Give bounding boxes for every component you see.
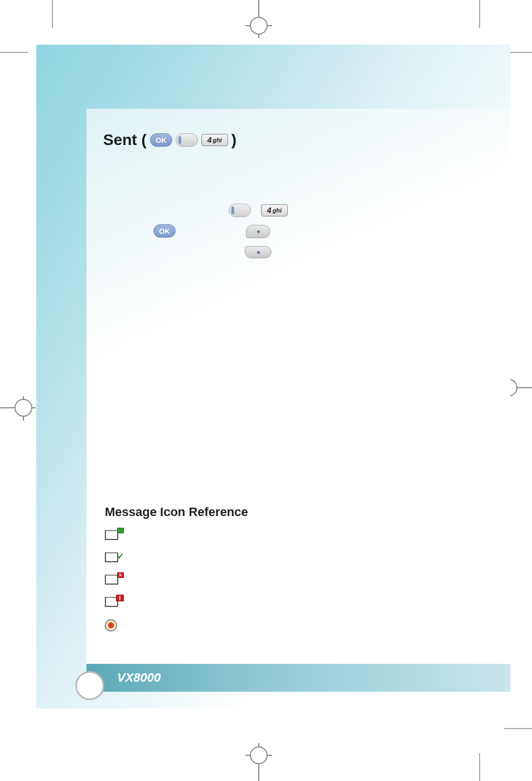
registration-mark-icon [250,17,268,35]
ok-key-icon: OK [150,133,172,147]
title-text-prefix: Sent ( [103,131,147,149]
left-softkey-icon [176,133,198,147]
pending-message-icon [105,619,120,631]
keypad-4ghi-icon: 4ghi [261,204,288,216]
ok-key-icon: OK [153,224,176,238]
registration-mark-icon [14,399,32,417]
title-text-suffix: ) [231,131,236,149]
footer-bar: VX8000 [86,664,510,692]
crop-mark [52,0,53,28]
left-softkey-icon [229,204,251,217]
keypad-4ghi-icon: 4ghi [201,134,228,146]
content-area [86,109,510,667]
crop-mark [479,0,480,28]
incomplete-message-icon: I [105,597,120,609]
delivered-message-icon: ✓ [105,552,120,565]
section-title-sent: Sent ( OK 4ghi ) [103,131,236,149]
failed-message-icon: ✕ [105,575,120,587]
crop-mark [479,753,480,781]
sent-message-icon [105,530,120,542]
voice-command-icon [245,246,272,258]
crop-mark [0,52,28,53]
key-sequence-illustration: OK 4ghi [153,204,288,258]
registration-mark-icon [250,746,268,764]
page: Sent ( OK 4ghi ) OK 4ghi Message Icon Re… [0,0,532,781]
icon-reference-list: ✓ ✕ I [105,530,120,631]
voice-command-icon [246,225,270,238]
section-title-icon-reference: Message Icon Reference [105,505,248,519]
page-number-circle [75,671,104,700]
model-label: VX8000 [117,671,161,685]
crop-mark [504,728,532,729]
